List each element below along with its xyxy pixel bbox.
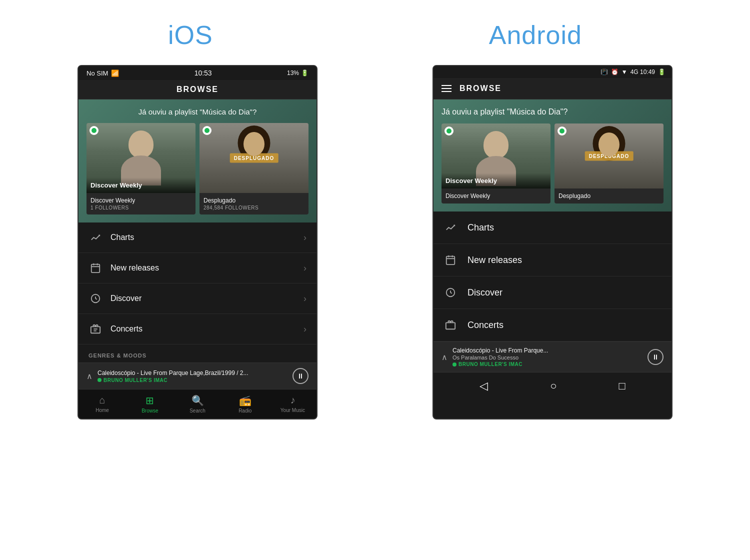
android-menu-concerts[interactable]: Concerts <box>434 309 672 342</box>
ios-nav-radio[interactable]: 📻 Radio <box>222 390 269 418</box>
your-music-icon: ♪ <box>290 394 295 406</box>
ios-card-image-2: DESPLUGADO <box>200 123 308 193</box>
ios-device-name: BRUNO MULLER'S IMAC <box>104 378 168 383</box>
android-bottom-nav: ◁ ○ □ <box>434 372 672 400</box>
ios-now-playing-title: Caleidoscópio - Live From Parque Lage,Br… <box>98 370 248 376</box>
ios-nav-your-music[interactable]: ♪ Your Music <box>269 390 316 418</box>
no-sim-text: No SIM <box>86 70 108 77</box>
android-spotify-badge-1 <box>444 126 454 136</box>
ios-card-desplugado[interactable]: DESPLUGADO Desplugado 284,584 FOLLOWERS <box>200 123 308 214</box>
ios-banner[interactable]: Já ouviu a playlist "Música do Dia"? Dis… <box>78 100 316 222</box>
svg-rect-17 <box>446 322 455 329</box>
ios-nav-home[interactable]: ⌂ Home <box>78 390 126 418</box>
android-device-dot <box>452 362 456 366</box>
device-dot <box>98 378 102 382</box>
android-menu-discover[interactable]: Discover <box>434 276 672 309</box>
android-banner[interactable]: Já ouviu a playlist "Música do Dia"? Dis… <box>434 100 672 212</box>
android-now-playing-device: BRUNO MULLER'S IMAC <box>452 362 548 367</box>
android-card-desplugado[interactable]: DESPLUGADO Desplugado <box>554 124 664 204</box>
hamburger-icon[interactable] <box>442 85 452 92</box>
discover-weekly-overlay: Discover Weekly <box>90 182 192 189</box>
android-battery-icon: 🔋 <box>658 68 666 76</box>
new-releases-label: New releases <box>110 264 159 272</box>
spotify-badge-2 <box>202 126 212 135</box>
android-now-playing-title: Caleidoscópio - Live From Parque... <box>452 347 548 354</box>
ios-card-name-1: Discover Weekly <box>90 197 192 204</box>
ios-menu-new-releases[interactable]: New releases › <box>78 253 316 284</box>
android-back-button[interactable]: ◁ <box>480 380 488 392</box>
android-chevron-up-icon: ∧ <box>442 352 448 362</box>
search-icon: 🔍 <box>192 394 204 406</box>
android-card-info-2: Desplugado <box>554 188 664 204</box>
android-woman-face <box>598 132 620 156</box>
svg-rect-7 <box>91 326 100 333</box>
concerts-label: Concerts <box>110 324 142 334</box>
ios-menu-concerts-left: Concerts <box>88 322 142 336</box>
ios-card-discover-weekly[interactable]: Discover Weekly Discover Weekly 1 FOLLOW… <box>86 123 196 214</box>
ios-pause-button[interactable]: ⏸ <box>292 368 308 384</box>
android-banner-title: Já ouviu a playlist "Música do Dia"? <box>442 108 664 116</box>
android-now-playing-left: ∧ Caleidoscópio - Live From Parque... Os… <box>442 347 548 367</box>
ios-playlist-cards: Discover Weekly Discover Weekly 1 FOLLOW… <box>86 123 308 214</box>
charts-chevron: › <box>304 232 306 243</box>
android-vibrate-icon: 📳 <box>600 68 608 76</box>
charts-icon <box>88 230 102 244</box>
ios-menu-concerts[interactable]: Concerts › <box>78 314 316 344</box>
android-discover-icon <box>444 286 458 300</box>
ios-phone: No SIM 📶 10:53 13% 🔋 BROWSE Já ouviu a p… <box>78 65 318 420</box>
discover-label: Discover <box>110 294 142 303</box>
android-charts-icon <box>444 220 458 234</box>
hamburger-line-3 <box>442 91 452 92</box>
android-menu-items: Charts New releases <box>434 212 672 342</box>
android-playlist-cards: Discover Weekly Discover Weekly <box>442 124 664 204</box>
android-home-button[interactable]: ○ <box>550 380 556 392</box>
new-releases-icon <box>88 261 102 275</box>
ios-now-playing[interactable]: ∧ Caleidoscópio - Live From Parque Lage,… <box>78 362 316 389</box>
ios-nav-browse[interactable]: ⊞ Browse <box>126 390 174 418</box>
ios-nav-search[interactable]: 🔍 Search <box>174 390 221 418</box>
ios-nav-home-label: Home <box>96 408 109 413</box>
ios-now-playing-info: Caleidoscópio - Live From Parque Lage,Br… <box>98 370 248 383</box>
android-status-bar: 📳 ⏰ ▼ 4G 10:49 🔋 <box>434 66 672 78</box>
android-spotify-badge-2 <box>558 126 566 136</box>
radio-icon: 📻 <box>239 394 252 406</box>
android-pause-button[interactable]: ⏸ <box>648 349 664 365</box>
android-card-image-1: Discover Weekly <box>442 124 550 188</box>
android-browse-title: BROWSE <box>460 84 502 93</box>
ios-nav-radio-label: Radio <box>238 408 252 414</box>
ios-menu-discover[interactable]: Discover › <box>78 284 316 314</box>
svg-rect-10 <box>446 256 455 265</box>
android-charts-label: Charts <box>468 222 494 233</box>
charts-label: Charts <box>110 233 134 242</box>
ios-status-right: 13% 🔋 <box>287 70 308 76</box>
android-card-overlay-1: Discover Weekly <box>442 173 550 188</box>
ios-menu-discover-left: Discover <box>88 292 142 306</box>
android-menu-new-releases[interactable]: New releases <box>434 244 672 276</box>
android-menu-charts[interactable]: Charts <box>434 212 672 244</box>
android-now-playing[interactable]: ∧ Caleidoscópio - Live From Parque... Os… <box>434 342 672 372</box>
ios-status-bar: No SIM 📶 10:53 13% 🔋 <box>78 66 316 80</box>
discover-icon <box>88 292 102 306</box>
android-card-discover-weekly[interactable]: Discover Weekly Discover Weekly <box>442 124 550 204</box>
ios-menu-charts[interactable]: Charts › <box>78 222 316 253</box>
wifi-icon: 📶 <box>111 70 119 77</box>
android-title: Android <box>489 20 582 50</box>
concerts-icon <box>88 322 102 336</box>
ios-now-playing-device: BRUNO MULLER'S IMAC <box>98 378 248 383</box>
android-concerts-icon <box>444 318 458 332</box>
genres-label: GENRES & MOODS <box>88 352 146 358</box>
android-person-woman <box>554 124 664 188</box>
ios-browse-title: BROWSE <box>176 85 218 94</box>
hamburger-line-2 <box>442 88 452 89</box>
woman-face <box>244 132 264 156</box>
ios-card-followers-2: 284,584 FOLLOWERS <box>204 205 304 210</box>
ios-banner-title: Já ouviu a playlist "Música do Dia"? <box>86 108 308 116</box>
android-phone: 📳 ⏰ ▼ 4G 10:49 🔋 BROWSE Já ouviu a playl… <box>432 65 672 420</box>
ios-title: iOS <box>168 20 213 50</box>
android-device-name: BRUNO MULLER'S IMAC <box>458 362 522 367</box>
ios-card-info-2: Desplugado 284,584 FOLLOWERS <box>200 193 308 214</box>
android-wifi-icon: ▼ <box>622 68 628 76</box>
browse-icon: ⊞ <box>146 394 154 406</box>
home-icon: ⌂ <box>100 394 106 406</box>
android-recent-button[interactable]: □ <box>619 380 626 392</box>
